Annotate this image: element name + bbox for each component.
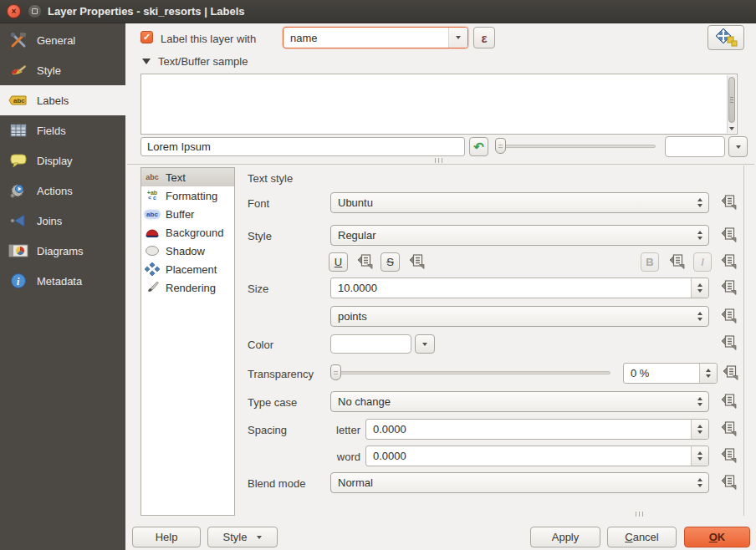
typecase-data-defined-button[interactable] [718, 392, 739, 412]
sidebar-item-metadata[interactable]: i Metadata [0, 266, 125, 296]
transparency-label: Transparency [248, 368, 314, 380]
buffer-abc-icon: abc [144, 206, 161, 222]
reset-sample-button[interactable]: ↶ [469, 137, 488, 156]
sample-size-slider[interactable] [495, 145, 656, 148]
sidebar-item-label: Joins [37, 215, 62, 227]
spinner-arrows-icon[interactable] [691, 446, 708, 466]
ok-button[interactable]: OK [684, 527, 750, 547]
apply-button[interactable]: Apply [530, 527, 600, 547]
sidebar-item-style[interactable]: Style [0, 55, 125, 85]
font-data-defined-button[interactable] [718, 193, 739, 213]
word-data-defined-button[interactable] [718, 446, 739, 466]
style-menu-button[interactable]: Style [207, 527, 278, 547]
sample-size-slider-handle[interactable] [495, 138, 506, 154]
style-data-defined-button[interactable] [718, 226, 739, 246]
join-arrow-icon [8, 211, 28, 231]
sidebar-item-actions[interactable]: Actions [0, 176, 125, 206]
transparency-spinbox[interactable]: 0 % [623, 363, 718, 384]
sidebar-item-label: Labels [37, 94, 69, 107]
undo-icon: ↶ [473, 140, 484, 155]
data-defined-icon [720, 253, 737, 272]
strikeout-data-defined-button[interactable] [406, 252, 427, 272]
letter-spacing-value: 0.0000 [366, 423, 691, 435]
text-abc-icon: abc [144, 170, 161, 185]
italic-button[interactable]: I [693, 252, 712, 272]
collapse-arrow-icon[interactable] [142, 59, 151, 64]
size-unit-combobox[interactable]: points [330, 306, 709, 327]
size-spinbox[interactable]: 10.0000 [330, 278, 709, 298]
label-this-layer-checkbox[interactable]: ✓ [140, 31, 153, 43]
subtab-placement[interactable]: Placement [141, 260, 234, 278]
field-dropdown-zone[interactable] [448, 28, 467, 48]
subtab-shadow[interactable]: Shadow [141, 242, 234, 260]
sidebar-item-labels[interactable]: abc Labels [0, 85, 125, 115]
data-defined-icon [720, 227, 737, 245]
panel-resize-grip[interactable] [636, 512, 643, 517]
subtab-rendering[interactable]: Rendering [141, 278, 234, 297]
strikeout-button[interactable]: S [381, 252, 400, 272]
sample-scrollbar[interactable] [727, 75, 736, 133]
splitter-handle[interactable] [435, 158, 442, 163]
sample-text-input[interactable]: Lorem Ipsum [140, 137, 465, 156]
unit-data-defined-button[interactable] [718, 307, 739, 327]
cancel-button[interactable]: Cancel [607, 527, 677, 547]
bold-button[interactable]: B [641, 252, 659, 272]
size-data-defined-button[interactable] [718, 278, 739, 298]
strikeout-label: S [386, 256, 394, 268]
size-value: 10.0000 [331, 282, 691, 294]
labels-abc-glyph: abc [13, 97, 25, 104]
blend-data-defined-button[interactable] [718, 473, 739, 493]
label-field-combobox[interactable]: name [283, 27, 468, 48]
color-data-defined-button[interactable] [718, 334, 739, 354]
sidebar-item-joins[interactable]: Joins [0, 206, 125, 236]
transparency-slider[interactable] [330, 371, 610, 374]
subtab-background[interactable]: Background [141, 223, 234, 242]
window-maximize-button[interactable] [28, 4, 42, 18]
underline-button[interactable]: U [329, 252, 348, 272]
automated-placement-button[interactable] [707, 25, 744, 50]
subtab-label: Background [166, 227, 223, 239]
transparency-data-defined-button[interactable] [719, 364, 741, 384]
sample-scale-combobox[interactable] [665, 136, 725, 157]
sample-scale-dropdown-button[interactable] [728, 136, 748, 157]
chevron-down-icon [422, 343, 427, 346]
bold-data-defined-button[interactable] [666, 252, 687, 272]
window-close-button[interactable]: × [7, 4, 21, 18]
spinner-arrows-icon[interactable] [691, 420, 708, 439]
spinner-arrows-icon [692, 478, 708, 487]
sidebar-item-general[interactable]: General [0, 25, 125, 55]
data-defined-icon [668, 253, 685, 272]
chevron-down-icon [257, 536, 262, 539]
expression-builder-button[interactable]: ε [473, 27, 495, 48]
blend-mode-value: Normal [331, 476, 692, 489]
title-bar[interactable]: × Layer Properties - ski_resorts | Label… [0, 0, 756, 23]
font-style-combobox[interactable]: Regular [330, 225, 709, 246]
sidebar-item-fields[interactable]: Fields [0, 115, 125, 145]
spinner-arrows-icon[interactable] [699, 364, 717, 383]
sample-scrollbar-thumb[interactable] [728, 77, 735, 123]
font-combobox[interactable]: Ubuntu [330, 192, 709, 213]
scrollbar-down-icon[interactable] [729, 127, 734, 130]
letter-data-defined-button[interactable] [718, 420, 739, 440]
italic-data-defined-button[interactable] [718, 252, 739, 272]
color-dropdown-button[interactable] [415, 334, 435, 354]
subtab-text[interactable]: abc Text [141, 168, 234, 186]
transparency-slider-handle[interactable] [330, 364, 341, 380]
color-swatch-button[interactable] [330, 334, 411, 354]
help-button[interactable]: Help [132, 527, 201, 547]
blend-mode-combobox[interactable]: Normal [330, 472, 709, 493]
sidebar-item-display[interactable]: Display [0, 145, 125, 176]
subtab-buffer[interactable]: abc Buffer [141, 205, 234, 223]
typecase-combobox[interactable]: No change [330, 391, 709, 412]
blend-mode-label: Blend mode [248, 477, 305, 490]
subtab-formatting[interactable]: +ab < c Formatting [141, 186, 234, 205]
word-spacing-spinbox[interactable]: 0.0000 [365, 446, 709, 466]
subtab-label: Rendering [166, 282, 216, 294]
spinner-arrows-icon[interactable] [691, 278, 708, 298]
sidebar-item-diagrams[interactable]: Diagrams [0, 236, 125, 266]
underline-data-defined-button[interactable] [354, 252, 375, 272]
letter-spacing-spinbox[interactable]: 0.0000 [365, 419, 709, 440]
splitter-line[interactable] [127, 164, 754, 165]
epsilon-icon: ε [481, 31, 487, 45]
subtab-label: Formatting [166, 190, 217, 202]
